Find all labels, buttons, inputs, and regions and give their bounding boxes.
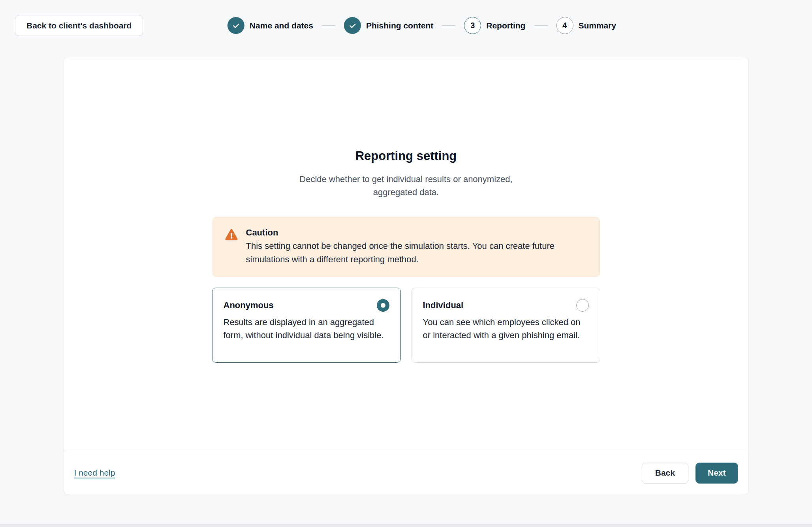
stepper-step-summary[interactable]: 4 Summary xyxy=(556,17,616,34)
step-label: Summary xyxy=(578,21,616,30)
stepper-step-phishing-content[interactable]: Phishing content xyxy=(344,17,433,34)
option-description: Results are displayed in an aggregated f… xyxy=(224,316,389,342)
back-to-dashboard-label: Back to client's dashboard xyxy=(26,21,132,30)
option-title: Anonymous xyxy=(224,300,274,311)
caution-body: This setting cannot be changed once the … xyxy=(246,239,588,266)
card-footer: I need help Back Next xyxy=(64,451,748,495)
option-card-anonymous[interactable]: Anonymous Results are displayed in an ag… xyxy=(212,288,401,363)
step-label: Name and dates xyxy=(250,21,313,30)
back-button[interactable]: Back xyxy=(642,463,688,484)
back-to-dashboard-button[interactable]: Back to client's dashboard xyxy=(15,15,143,36)
option-description: You can see which employees clicked on o… xyxy=(423,316,589,342)
caution-content: Caution This setting cannot be changed o… xyxy=(246,228,588,266)
reporting-options-group: Anonymous Results are displayed in an ag… xyxy=(212,288,600,363)
stepper-step-name-and-dates[interactable]: Name and dates xyxy=(227,17,313,34)
option-head: Individual xyxy=(423,299,589,312)
step-complete-check-icon xyxy=(227,17,244,34)
page-title: Reporting setting xyxy=(355,149,457,163)
page-subtitle: Decide whether to get individual results… xyxy=(284,173,528,199)
option-title: Individual xyxy=(423,300,464,311)
wizard-stepper: Name and dates Phishing content 3 Report… xyxy=(227,15,616,36)
content-card: Reporting setting Decide whether to get … xyxy=(64,57,749,495)
step-complete-check-icon xyxy=(344,17,361,34)
footer-actions: Back Next xyxy=(642,463,738,484)
radio-individual-unselected[interactable] xyxy=(576,299,589,312)
stepper-step-reporting[interactable]: 3 Reporting xyxy=(464,17,525,34)
option-head: Anonymous xyxy=(224,299,389,312)
page-bottom-edge xyxy=(0,524,812,527)
option-card-individual[interactable]: Individual You can see which employees c… xyxy=(412,288,600,363)
caution-title: Caution xyxy=(246,228,588,238)
top-bar: Back to client's dashboard Name and date… xyxy=(0,0,812,36)
step-connector-line xyxy=(322,25,335,26)
step-number-badge: 3 xyxy=(464,17,481,34)
caution-alert: Caution This setting cannot be changed o… xyxy=(212,217,600,277)
step-connector-line xyxy=(442,25,455,26)
next-button[interactable]: Next xyxy=(695,463,738,484)
warning-triangle-icon xyxy=(225,228,238,266)
help-link[interactable]: I need help xyxy=(74,468,115,478)
step-label: Reporting xyxy=(486,21,525,30)
step-connector-line xyxy=(534,25,547,26)
step-label: Phishing content xyxy=(366,21,433,30)
step-number-badge: 4 xyxy=(556,17,573,34)
radio-anonymous-selected[interactable] xyxy=(377,299,389,312)
